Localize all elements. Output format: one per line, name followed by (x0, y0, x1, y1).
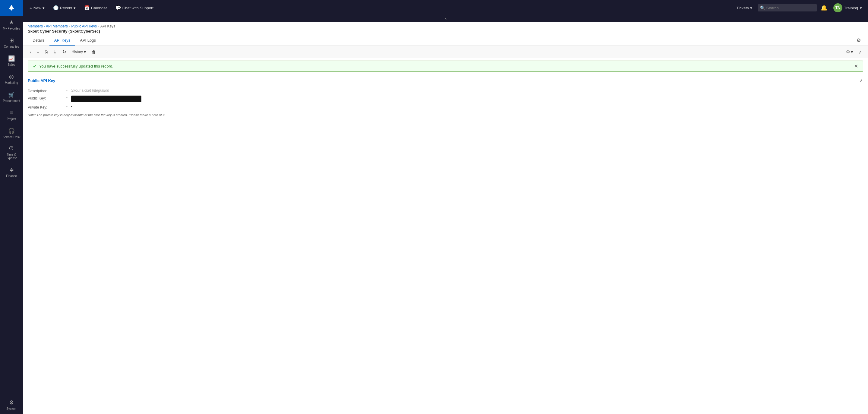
sidebar-item-service-desk[interactable]: 🎧 Service Desk (0, 124, 23, 142)
sidebar-item-project[interactable]: ≡ Project (0, 106, 23, 124)
cart-icon: 🛒 (8, 91, 15, 98)
plus-icon: + (30, 5, 32, 10)
close-banner-button[interactable]: ✕ (854, 63, 858, 69)
content-area: Members - API Members › Public API Keys … (23, 22, 868, 414)
main-content: + New ▾ 🕐 Recent ▾ 📅 Calendar 💬 Chat wit… (23, 0, 868, 414)
history-button[interactable]: History ▾ (70, 48, 88, 56)
search-icon: 🔍 (760, 5, 765, 10)
sidebar-item-label: Procurement (3, 99, 20, 103)
search-box: 🔍 (758, 4, 817, 11)
help-button[interactable]: ? (857, 48, 863, 56)
new-button[interactable]: + New ▾ (27, 4, 48, 12)
section-title: Public API Key (28, 79, 55, 83)
chat-label: Chat with Support (122, 6, 153, 10)
breadcrumb-sep-1: › (69, 24, 70, 28)
sidebar-item-label: Time &Expense (6, 153, 18, 160)
help-icon: ? (859, 50, 861, 55)
copy-button[interactable]: ⎘ (43, 48, 50, 56)
sidebar-item-label: Companies (4, 45, 19, 49)
sidebar-item-procurement[interactable]: 🛒 Procurement (0, 88, 23, 106)
settings-icon: ⚙ (846, 49, 850, 55)
export-icon: ⤓ (53, 49, 57, 55)
sidebar-item-system[interactable]: ⚙ System (0, 396, 23, 414)
sidebar: ★ My Favorites ⊞ Companies 📈 Sales ◎ Mar… (0, 0, 23, 414)
sidebar-item-sales[interactable]: 📈 Sales (0, 52, 23, 70)
headset-icon: 🎧 (8, 127, 15, 134)
page-title: Skout Cyber Security (SkoutCyberSec) (28, 29, 863, 33)
delete-button[interactable]: 🗑 (90, 48, 98, 56)
tabs-area: Details API Keys API Logs ⚙ (23, 35, 868, 46)
sidebar-nav: ★ My Favorites ⊞ Companies 📈 Sales ◎ Mar… (0, 16, 23, 414)
sidebar-item-my-favorites[interactable]: ★ My Favorites (0, 16, 23, 34)
finance-icon: ≑ (9, 167, 14, 173)
chevron-up-icon: ∧ (444, 17, 447, 21)
history-chevron-icon: ▾ (84, 49, 86, 55)
sidebar-item-label: System (6, 407, 16, 411)
refresh-icon: ↻ (62, 49, 66, 55)
sidebar-item-companies[interactable]: ⊞ Companies (0, 34, 23, 52)
topbar: + New ▾ 🕐 Recent ▾ 📅 Calendar 💬 Chat wit… (23, 0, 868, 16)
delete-icon: 🗑 (92, 50, 96, 55)
tab-details[interactable]: Details (28, 36, 50, 46)
svg-point-1 (10, 8, 12, 10)
sidebar-item-label: Marketing (5, 81, 18, 85)
sidebar-item-marketing[interactable]: ◎ Marketing (0, 70, 23, 88)
tab-settings-icon[interactable]: ⚙ (854, 35, 863, 46)
tab-api-logs[interactable]: API Logs (75, 36, 101, 46)
record-section: Public API Key ∧ Description: • Skout Ti… (23, 74, 868, 414)
breadcrumb-public-api-keys[interactable]: Public API Keys (71, 24, 97, 28)
private-key-note: Note: The private key is only available … (28, 113, 863, 117)
breadcrumb: Members - API Members › Public API Keys … (28, 24, 863, 28)
toolbar-settings-button[interactable]: ⚙ ▾ (844, 48, 855, 56)
back-button[interactable]: ‹ (28, 48, 33, 56)
sidebar-item-finance[interactable]: ≑ Finance (0, 163, 23, 181)
sidebar-item-label: Project (7, 117, 16, 121)
success-banner: ✔ You have successfully updated this rec… (28, 61, 863, 72)
calendar-button[interactable]: 📅 Calendar (81, 3, 110, 12)
star-icon: ★ (9, 19, 14, 26)
section-header: Public API Key ∧ (28, 78, 863, 84)
tab-api-keys[interactable]: API Keys (50, 36, 75, 46)
avatar: TA (833, 3, 842, 12)
sidebar-item-label: Finance (6, 174, 17, 178)
chat-support-button[interactable]: 💬 Chat with Support (113, 3, 156, 12)
target-icon: ◎ (9, 73, 14, 80)
toolbar-right: ⚙ ▾ ? (844, 48, 863, 56)
check-icon: ✔ (33, 63, 37, 69)
app-logo[interactable] (0, 0, 23, 16)
chart-icon: 📈 (8, 55, 15, 62)
back-icon: ‹ (30, 50, 31, 55)
sidebar-item-label: Sales (7, 63, 15, 67)
new-label: New (33, 6, 41, 10)
user-menu-button[interactable]: TA Training ▾ (831, 2, 864, 13)
export-button[interactable]: ⤓ (51, 48, 59, 56)
breadcrumb-sep-2: › (98, 24, 99, 28)
breadcrumb-members[interactable]: Members - API Members (28, 24, 68, 28)
description-row: Description: • Skout Ticket Integration (28, 87, 863, 94)
collapse-section-button[interactable]: ∧ (860, 78, 863, 84)
recent-button[interactable]: 🕐 Recent ▾ (50, 3, 79, 12)
description-value: Skout Ticket Integration (71, 88, 863, 93)
calendar-label: Calendar (91, 6, 107, 10)
copy-icon: ⎘ (45, 50, 48, 55)
collapse-topbar[interactable]: ∧ (23, 16, 868, 22)
settings-chevron-icon: ▾ (851, 49, 853, 55)
refresh-button[interactable]: ↻ (60, 48, 68, 56)
public-key-row: Public Key: • (28, 94, 863, 104)
clock-icon: ⏱ (9, 145, 14, 152)
public-key-required-indicator: • (66, 96, 67, 99)
tickets-button[interactable]: Tickets ▾ (734, 4, 755, 12)
notifications-button[interactable]: 🔔 (819, 3, 829, 12)
new-chevron-icon: ▾ (42, 6, 44, 10)
tickets-label: Tickets (737, 6, 749, 10)
private-key-label: Private Key: (28, 105, 64, 110)
public-key-label: Public Key: (28, 96, 64, 100)
breadcrumb-api-keys: API Keys (100, 24, 115, 28)
gear-icon: ⚙ (9, 399, 14, 406)
chat-icon: 💬 (116, 5, 121, 10)
description-label: Description: (28, 88, 64, 93)
calendar-icon: 📅 (84, 5, 90, 10)
add-button[interactable]: + (35, 48, 41, 56)
sidebar-item-time-expense[interactable]: ⏱ Time &Expense (0, 142, 23, 163)
search-input[interactable] (766, 6, 815, 10)
